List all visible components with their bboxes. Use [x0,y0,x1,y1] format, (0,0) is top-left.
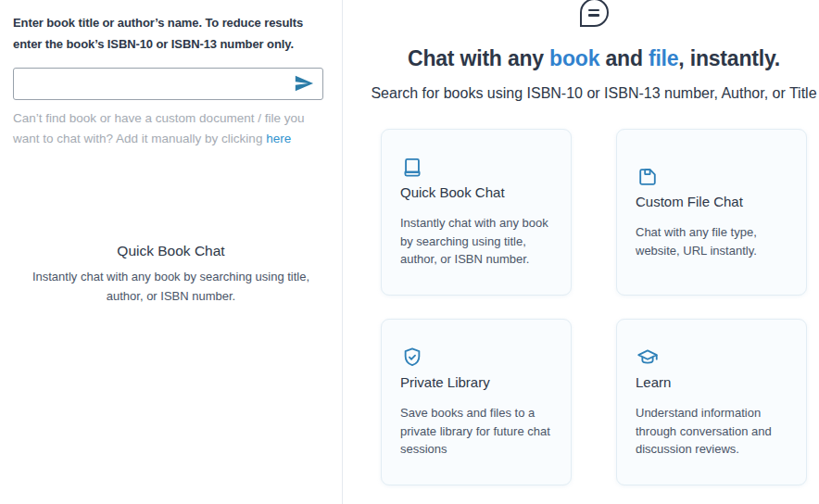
app-logo [344,0,819,27]
card-private-library: Private Library Save books and files to … [381,319,572,485]
card-description: Understand information through conversat… [636,404,788,459]
card-custom-file-chat: Custom File Chat Chat with any file type… [616,129,807,296]
chat-bubble-icon [580,0,609,27]
page-subtitle: Search for books using ISBN-10 or ISBN-1… [344,85,819,102]
headline-part: Chat with any [408,46,549,70]
headline-highlight-file: file [649,46,678,70]
card-learn: Learn Understand information through con… [616,319,807,485]
save-icon [636,165,660,189]
headline-highlight-book: book [549,46,599,70]
search-instructions: Enter book title or author’s name. To re… [13,13,326,56]
card-title: Custom File Chat [636,194,743,209]
send-icon [294,82,314,96]
book-search-input[interactable] [13,68,323,100]
page-title: Chat with any book and file, instantly. [344,46,819,71]
card-title: Learn [636,374,671,390]
sidebar-feature-summary: Quick Book Chat Instantly chat with any … [13,243,329,305]
shield-check-icon [400,346,424,370]
book-icon [400,156,424,180]
card-description: Instantly chat with any book by searchin… [400,214,552,269]
feature-cards-grid: Quick Book Chat Instantly chat with any … [381,129,807,485]
book-search-row [13,68,329,100]
graduation-cap-icon [636,346,660,370]
book-chat-app: Enter book title or author’s name. To re… [0,0,819,504]
card-quick-book-chat: Quick Book Chat Instantly chat with any … [381,129,572,296]
headline-part: , instantly. [678,46,780,70]
manual-add-helper: Can’t find book or have a custom documen… [13,108,319,151]
manual-add-helper-text: Can’t find book or have a custom documen… [13,111,304,146]
sidebar-feature-title: Quick Book Chat [13,243,329,259]
card-description: Save books and files to a private librar… [400,404,552,459]
main-panel: Chat with any book and file, instantly. … [344,0,819,504]
card-title: Quick Book Chat [400,184,505,200]
headline-part: and [599,46,649,70]
send-button[interactable] [292,71,316,95]
card-description: Chat with any file type, website, URL in… [636,223,788,259]
sidebar-feature-description: Instantly chat with any book by searchin… [30,268,312,305]
card-title: Private Library [400,374,490,390]
manual-add-link[interactable]: here [266,132,291,145]
sidebar: Enter book title or author’s name. To re… [0,0,343,504]
